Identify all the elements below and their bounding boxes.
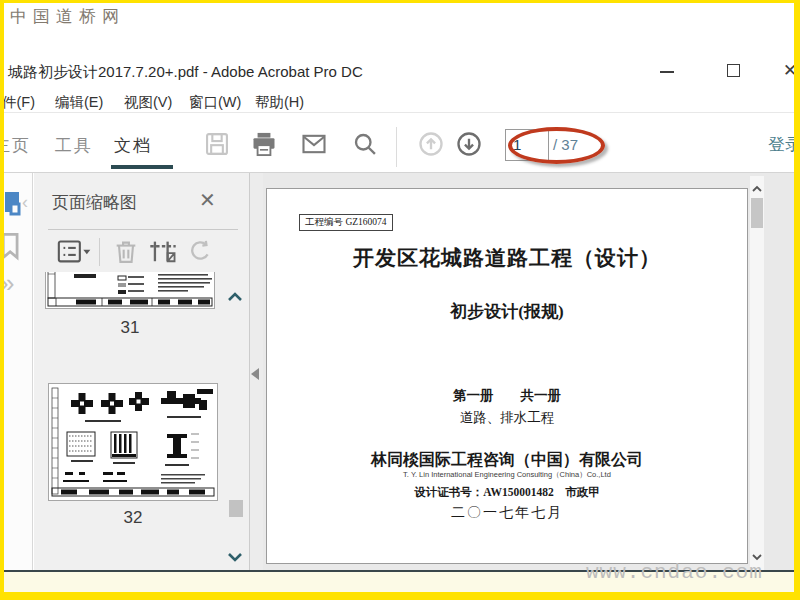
menu-separator xyxy=(0,112,800,113)
document-volume-line: 第一册 共一册 xyxy=(267,387,747,405)
search-icon[interactable] xyxy=(351,130,379,158)
document-date-line: 二〇一七年七月 xyxy=(267,504,747,522)
design-certificate-line: 设计证书号：AW150001482 市政甲 xyxy=(267,485,747,500)
menu-file[interactable]: 件(F) xyxy=(2,93,35,112)
tab-tools[interactable]: 工具 xyxy=(55,134,93,157)
thumbnails-scrollbar-thumb[interactable] xyxy=(229,500,243,517)
document-scrollbar-thumb[interactable] xyxy=(751,198,763,228)
panel-header-divider xyxy=(48,229,238,230)
delete-pages-icon[interactable] xyxy=(112,238,140,266)
project-number-box: 工程编号 GZ160074 xyxy=(299,214,393,231)
thumbnail-options-icon[interactable] xyxy=(56,238,92,266)
panel-close-icon[interactable]: ✕ xyxy=(199,188,216,212)
thumbnails-scroll-down-icon[interactable] xyxy=(225,549,245,565)
page-number-annotation-circle xyxy=(508,127,605,164)
print-icon[interactable] xyxy=(250,130,278,158)
rotate-pages-icon[interactable] xyxy=(186,238,214,266)
document-scrollbar-track[interactable] xyxy=(750,176,764,570)
active-tab-underline xyxy=(111,165,173,169)
thumbnail-label-31: 31 xyxy=(45,318,215,338)
previous-page-icon[interactable] xyxy=(417,130,445,158)
thumbnails-list: 31 xyxy=(36,272,224,568)
thumbnail-image-31 xyxy=(46,272,214,308)
toolbar-separator xyxy=(396,127,397,167)
save-icon[interactable] xyxy=(203,130,231,158)
panel-toolbar-separator xyxy=(99,238,100,266)
next-page-icon[interactable] xyxy=(455,130,483,158)
thumbnail-label-32: 32 xyxy=(48,508,218,528)
panel-pointer-icon: ‹ xyxy=(22,192,28,213)
login-button[interactable]: 登录 xyxy=(768,133,800,156)
menu-edit[interactable]: 编辑(E) xyxy=(55,93,103,112)
document-scope-line: 道路、排水工程 xyxy=(267,409,747,427)
minimize-button[interactable] xyxy=(660,71,674,73)
thumbnails-scroll-up-icon[interactable] xyxy=(225,289,245,305)
document-main-title: 开发区花城路道路工程（设计） xyxy=(267,244,747,272)
menu-view[interactable]: 视图(V) xyxy=(124,93,172,112)
thumbnail-image-32 xyxy=(49,384,217,500)
company-name-cn: 林同棪国际工程咨询（中国）有限公司 xyxy=(267,450,747,471)
thumbnail-page-32[interactable] xyxy=(48,383,218,501)
company-name-en: T. Y. Lin International Engineering Cons… xyxy=(267,470,747,480)
document-subtitle: 初步设计(报规) xyxy=(267,300,747,323)
email-icon[interactable] xyxy=(300,130,328,158)
maximize-button[interactable] xyxy=(727,64,740,77)
bookmarks-rail-icon[interactable] xyxy=(0,231,23,261)
thumbnail-page-31[interactable] xyxy=(45,272,215,309)
pdf-page-content: 工程编号 GZ160074 开发区花城路道路工程（设计） 初步设计(报规) 第一… xyxy=(267,189,747,563)
attachments-rail-icon[interactable]: » xyxy=(0,268,14,299)
site-watermark-top: 中国道桥网 xyxy=(10,5,125,28)
panel-collapse-icon[interactable] xyxy=(251,368,259,380)
tab-document[interactable]: 文档 xyxy=(114,134,152,157)
site-watermark-bottom: www.cndao.com xyxy=(586,561,763,584)
document-scroll-up-icon[interactable] xyxy=(751,184,763,194)
thumbnails-panel-title: 页面缩略图 xyxy=(52,191,137,214)
window-title: 城路初步设计2017.7.20+.pdf - Adobe Acrobat Pro… xyxy=(8,63,363,82)
close-button[interactable]: ✕ xyxy=(783,60,797,81)
crop-pages-icon[interactable] xyxy=(148,238,178,266)
menu-window[interactable]: 窗口(W) xyxy=(189,93,241,112)
tab-home[interactable]: 主页 xyxy=(0,134,31,157)
menu-help[interactable]: 帮助(H) xyxy=(255,93,304,112)
pdf-page[interactable]: 工程编号 GZ160074 开发区花城路道路工程（设计） 初步设计(报规) 第一… xyxy=(266,188,748,564)
